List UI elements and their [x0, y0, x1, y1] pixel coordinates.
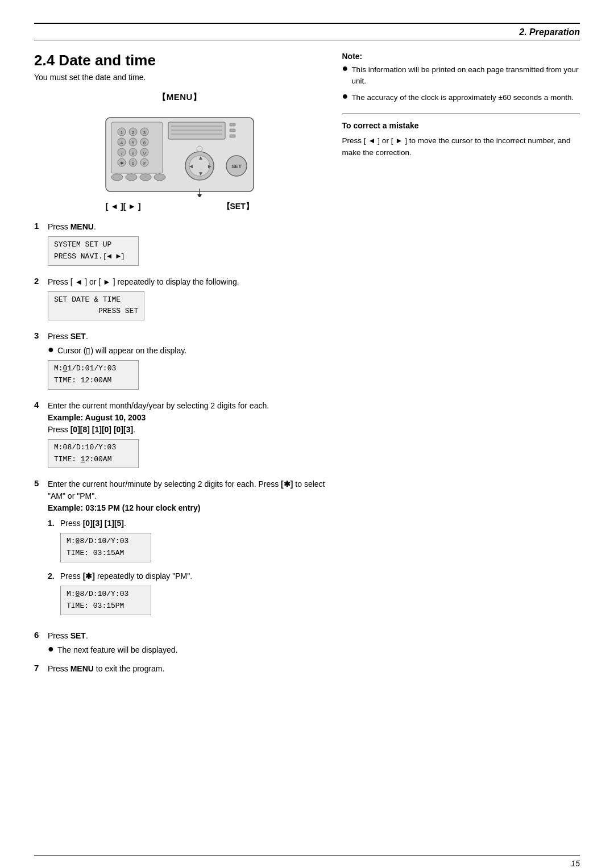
svg-point-34 [126, 174, 137, 181]
step-3-lcd: M:01/D:01/Y:03 TIME: 12:00AM [48, 360, 139, 390]
step-2-number: 2 [34, 276, 43, 324]
step-4: 4 Enter the current month/day/year by se… [34, 400, 325, 472]
svg-point-35 [140, 174, 151, 181]
col-left: 2.4 Date and time You must set the date … [34, 40, 325, 682]
svg-text:1: 1 [121, 130, 123, 135]
svg-text:7: 7 [121, 151, 123, 156]
steps-list: 1 Press MENU. SYSTEM SET UP PRESS NAVI.[… [34, 221, 325, 675]
sub-step-2-keys: [✱] [83, 571, 95, 581]
note-bullets-list: ● This information will be printed on ea… [342, 64, 580, 103]
step-3: 3 Press SET. ● Cursor (▯) will appear on… [34, 331, 325, 393]
step-7-menu-btn: MENU [70, 664, 94, 673]
step-4-number: 4 [34, 400, 43, 472]
step-1: 1 Press MENU. SYSTEM SET UP PRESS NAVI.[… [34, 221, 325, 269]
step-6-set-btn: SET [70, 631, 86, 640]
step-2: 2 Press [ ◄ ] or [ ► ] repeatedly to dis… [34, 276, 325, 324]
svg-point-36 [154, 174, 165, 181]
col-right: Note: ● This information will be printed… [342, 40, 580, 682]
svg-point-33 [111, 174, 123, 181]
step-4-example-bold: Example: August 10, 2003 [48, 413, 146, 422]
page-number: 15 [34, 859, 580, 868]
step-1-menu-btn: MENU [70, 222, 94, 231]
step-5: 5 Enter the current hour/minute by selec… [34, 478, 325, 623]
step-5-number: 5 [34, 478, 43, 623]
svg-point-45 [197, 146, 202, 152]
svg-text:✱: ✱ [119, 161, 123, 166]
step-5-example-bold: Example: 03:15 PM (12 hour clock entry) [48, 503, 200, 512]
svg-text:#: # [143, 161, 146, 166]
page-container: 2. Preparation 2.4 Date and time You mus… [0, 23, 614, 868]
step-7-content: Press MENU to exit the program. [48, 663, 325, 675]
svg-text:▲: ▲ [198, 155, 204, 161]
svg-rect-31 [230, 129, 235, 132]
step-5-star-key: [✱] [281, 479, 293, 489]
step-5-content: Enter the current hour/minute by selecti… [48, 478, 325, 623]
step-7-number: 7 [34, 663, 43, 675]
note-rule [342, 114, 580, 114]
svg-rect-32 [230, 135, 235, 137]
note-bullet-2-text: The accuracy of the clock is approximate… [351, 92, 574, 103]
sub-step-1-keys: [0][3] [1][5] [83, 519, 124, 528]
section-intro: You must set the date and time. [34, 73, 325, 82]
svg-text:8: 8 [132, 151, 135, 156]
svg-text:◄: ◄ [188, 163, 194, 169]
note-bullet-1: ● This information will be printed on ea… [342, 64, 580, 87]
step-2-lcd: SET DATE & TIME PRESS SET [48, 291, 144, 321]
correct-section: To correct a mistake Press [ ◄ ] or [ ► … [342, 121, 580, 159]
sub-step-2-lcd: M:08/D:10/Y:03 TIME: 03:15PM [60, 586, 151, 615]
svg-text:3: 3 [143, 130, 146, 135]
note-title: Note: [342, 52, 580, 61]
note-bullet-2: ● The accuracy of the clock is approxima… [342, 92, 580, 103]
svg-marker-47 [197, 194, 202, 197]
step-1-number: 1 [34, 221, 43, 269]
svg-text:0: 0 [132, 161, 135, 166]
step-1-content: Press MENU. SYSTEM SET UP PRESS NAVI.[◄ … [48, 221, 325, 269]
chapter-label: 2. Preparation [519, 27, 580, 37]
note-section: Note: ● This information will be printed… [342, 52, 580, 103]
sub-step-1: 1. Press [0][3] [1][5]. M:08/D:10/Y:03 T… [48, 518, 325, 566]
fax-machine-diagram: 1 2 3 4 5 6 7 8 [100, 106, 259, 197]
svg-text:5: 5 [132, 140, 135, 145]
svg-text:2: 2 [132, 130, 135, 135]
bottom-rule [34, 855, 580, 856]
svg-text:4: 4 [121, 140, 123, 145]
correct-text: Press [ ◄ ] or [ ► ] to move the cursor … [342, 135, 580, 159]
svg-text:9: 9 [143, 151, 146, 156]
svg-rect-30 [230, 123, 235, 126]
svg-text:6: 6 [143, 140, 146, 145]
bottom-area: 15 [0, 855, 614, 868]
nav-button-label: [ ◄ ][ ► ] [106, 202, 141, 212]
step-7: 7 Press MENU to exit the program. [34, 663, 325, 675]
step-6-number: 6 [34, 630, 43, 656]
sub-step-2: 2. Press [✱] repeatedly to display "PM".… [48, 570, 325, 619]
step-6-content: Press SET. ● The next feature will be di… [48, 630, 325, 656]
step-1-lcd: SYSTEM SET UP PRESS NAVI.[◄ ►] [48, 236, 139, 266]
svg-text:▼: ▼ [198, 170, 204, 177]
device-area: 【MENU】 1 [34, 92, 325, 212]
svg-text:►: ► [207, 163, 213, 169]
step-3-bullet: ● Cursor (▯) will appear on the display. [48, 345, 325, 357]
chapter-header: 2. Preparation [0, 24, 614, 40]
step-5-substeps: 1. Press [0][3] [1][5]. M:08/D:10/Y:03 T… [48, 518, 325, 618]
step-4-content: Enter the current month/day/year by sele… [48, 400, 325, 472]
correct-title: To correct a mistake [342, 121, 580, 130]
menu-label: 【MENU】 [157, 92, 201, 103]
step-3-number: 3 [34, 331, 43, 393]
sub-step-1-lcd: M:08/D:10/Y:03 TIME: 03:15AM [60, 533, 151, 562]
step-4-lcd: M:08/D:10/Y:03 TIME: 12:00AM [48, 439, 139, 469]
button-labels-row: [ ◄ ][ ► ] 【SET】 [100, 202, 259, 212]
step-3-set-btn: SET [70, 332, 86, 341]
step-6-bullet: ● The next feature will be displayed. [48, 644, 325, 656]
step-3-content: Press SET. ● Cursor (▯) will appear on t… [48, 331, 325, 393]
section-title: 2.4 Date and time [34, 52, 325, 69]
note-bullet-1-text: This information will be printed on each… [351, 64, 580, 87]
set-button-label: 【SET】 [222, 202, 254, 212]
step-4-press-keys: [0][8] [1][0] [0][3] [70, 425, 133, 434]
two-col: 2.4 Date and time You must set the date … [0, 40, 614, 682]
svg-text:SET: SET [231, 164, 242, 169]
svg-rect-1 [168, 122, 225, 139]
step-6: 6 Press SET. ● The next feature will be … [34, 630, 325, 656]
step-2-content: Press [ ◄ ] or [ ► ] repeatedly to displ… [48, 276, 325, 324]
